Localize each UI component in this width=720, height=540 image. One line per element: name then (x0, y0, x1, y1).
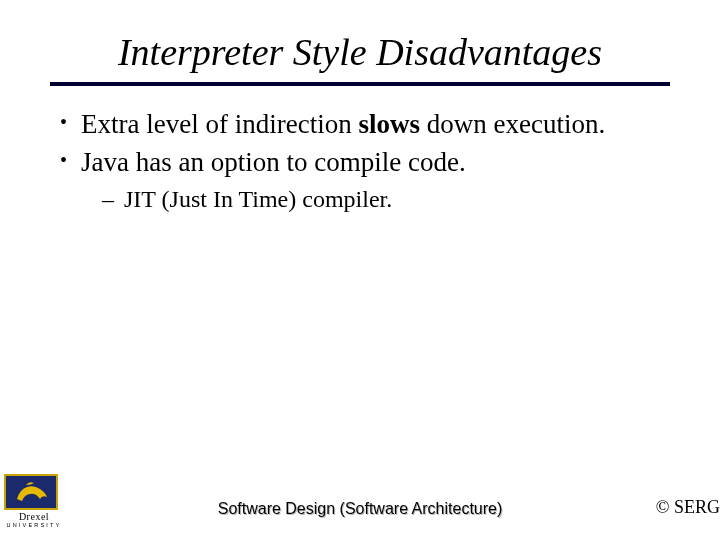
footer-center-text: Software Design (Software Architecture) (0, 500, 720, 518)
dash-icon: – (102, 186, 114, 213)
sub-bullet-item: – JIT (Just In Time) compiler. (102, 186, 670, 213)
bullet-suffix: down execution. (420, 109, 605, 139)
slide-container: Interpreter Style Disadvantages • Extra … (0, 0, 720, 540)
title-underline (50, 82, 670, 86)
sub-bullet-text: JIT (Just In Time) compiler. (124, 186, 392, 213)
bullet-dot-icon: • (60, 110, 67, 135)
bullet-prefix: Extra level of indirection (81, 109, 358, 139)
bullet-text: Extra level of indirection slows down ex… (81, 108, 670, 142)
bullet-item-2: • Java has an option to compile code. (60, 146, 670, 180)
bullet-bold: slows (358, 109, 420, 139)
footer-copyright: © SERG (656, 497, 720, 518)
bullet-dot-icon: • (60, 148, 67, 173)
footer: Drexel UNIVERSITY Software Design (Softw… (0, 480, 720, 528)
bullet-item-1: • Extra level of indirection slows down … (60, 108, 670, 142)
bullet-text: Java has an option to compile code. (81, 146, 670, 180)
slide-title: Interpreter Style Disadvantages (50, 30, 670, 74)
content-area: • Extra level of indirection slows down … (50, 108, 670, 213)
bullet-prefix: Java has an option to compile code. (81, 147, 466, 177)
logo-subtitle: UNIVERSITY (4, 522, 64, 528)
